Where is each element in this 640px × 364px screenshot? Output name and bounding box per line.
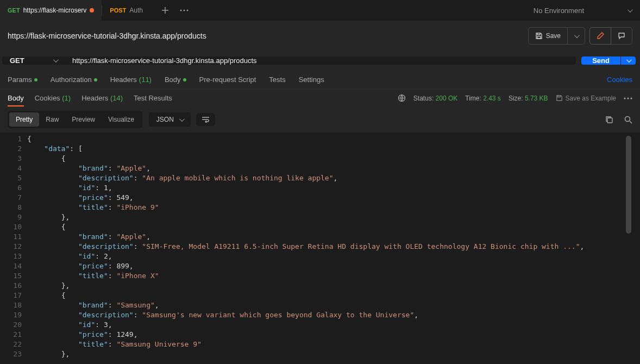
tab-tests[interactable]: Tests xyxy=(269,76,285,84)
tab-pre-request-script[interactable]: Pre-request Script xyxy=(199,76,256,84)
wrap-lines-icon[interactable] xyxy=(196,113,215,126)
svg-point-8 xyxy=(628,97,629,99)
tab-params[interactable]: Params xyxy=(8,76,37,84)
send-dropdown-button[interactable] xyxy=(621,57,636,65)
svg-line-13 xyxy=(630,121,632,123)
format-selector[interactable]: JSON xyxy=(149,112,191,127)
environment-selector[interactable]: No Environment xyxy=(525,0,640,21)
tab-more-icon[interactable] xyxy=(180,9,189,11)
svg-rect-11 xyxy=(607,118,612,123)
line-gutter: 1234567891011121314151617181920212223 xyxy=(0,133,27,360)
time-label: Time: 2.43 s xyxy=(465,95,501,102)
url-bar: GET Send xyxy=(0,51,640,70)
tab-settings[interactable]: Settings xyxy=(299,76,324,84)
tab-bar: GET https://flask-microserv POST Auth No… xyxy=(0,0,640,21)
response-tabs: Body Cookies (1) Headers (14) Test Resul… xyxy=(0,90,640,106)
response-tab-test-results[interactable]: Test Results xyxy=(134,94,172,102)
view-pretty[interactable]: Pretty xyxy=(9,112,39,127)
active-dot-icon xyxy=(34,78,37,81)
active-dot-icon xyxy=(94,78,97,81)
new-tab-icon[interactable] xyxy=(161,7,169,14)
request-tabs: Params Authorization Headers (11) Body P… xyxy=(0,70,640,90)
tab-body[interactable]: Body xyxy=(165,76,186,84)
tab-authorization[interactable]: Authorization xyxy=(51,76,97,84)
response-tab-cookies[interactable]: Cookies (1) xyxy=(35,94,71,102)
edit-button[interactable] xyxy=(589,27,611,45)
code-content: { "data": [ { "brand": "Apple", "descrip… xyxy=(27,133,640,360)
copy-icon[interactable] xyxy=(605,116,613,124)
svg-point-4 xyxy=(186,10,188,11)
size-label: Size: 5.73 KB xyxy=(509,95,548,102)
chevron-down-icon xyxy=(574,33,580,38)
tab-method-label: GET xyxy=(8,7,20,14)
request-title: https://flask-microservice-tutorial-3dhg… xyxy=(8,32,206,40)
globe-icon[interactable] xyxy=(398,94,406,102)
environment-label: No Environment xyxy=(534,7,584,15)
cookies-link[interactable]: Cookies xyxy=(607,76,632,84)
active-dot-icon xyxy=(183,78,186,81)
response-tab-headers[interactable]: Headers (14) xyxy=(81,94,123,102)
scrollbar-thumb[interactable] xyxy=(626,136,631,234)
view-preview[interactable]: Preview xyxy=(65,112,102,127)
comment-button[interactable] xyxy=(611,27,632,45)
view-raw[interactable]: Raw xyxy=(39,112,65,127)
tab-method-label: POST xyxy=(110,7,126,14)
response-body[interactable]: 1234567891011121314151617181920212223 { … xyxy=(0,133,640,360)
modified-dot-icon xyxy=(90,8,94,12)
svg-point-2 xyxy=(180,10,181,11)
svg-point-9 xyxy=(631,97,632,99)
save-label: Save xyxy=(546,32,561,40)
tab-0[interactable]: GET https://flask-microserv xyxy=(0,0,102,21)
chevron-down-icon xyxy=(179,116,185,122)
save-as-example-button[interactable]: Save as Example xyxy=(556,95,616,102)
svg-point-7 xyxy=(624,97,626,99)
response-tab-body[interactable]: Body xyxy=(8,94,24,106)
save-dropdown-button[interactable] xyxy=(568,27,585,45)
tab-title: https://flask-microserv xyxy=(23,7,87,14)
response-view-toolbar: Pretty Raw Preview Visualize JSON xyxy=(0,106,640,133)
request-title-bar: https://flask-microservice-tutorial-3dhg… xyxy=(0,21,640,51)
svg-point-3 xyxy=(183,10,185,11)
svg-rect-5 xyxy=(537,36,541,39)
view-visualize[interactable]: Visualize xyxy=(102,112,141,127)
search-icon[interactable] xyxy=(624,116,632,124)
status-label: Status: 200 OK xyxy=(413,95,457,102)
method-selector[interactable]: GET xyxy=(2,57,65,65)
method-label: GET xyxy=(10,57,24,65)
svg-point-12 xyxy=(625,116,630,121)
url-input[interactable] xyxy=(65,57,576,65)
response-more-icon[interactable] xyxy=(624,97,632,99)
tab-1[interactable]: POST Auth xyxy=(102,0,150,21)
chevron-down-icon xyxy=(628,7,633,12)
chevron-down-icon xyxy=(626,57,632,62)
tab-title: Auth xyxy=(129,7,143,14)
save-button[interactable]: Save xyxy=(528,27,568,45)
chevron-down-icon xyxy=(53,57,59,62)
tab-headers[interactable]: Headers (11) xyxy=(110,76,152,84)
send-button[interactable]: Send xyxy=(581,57,620,65)
